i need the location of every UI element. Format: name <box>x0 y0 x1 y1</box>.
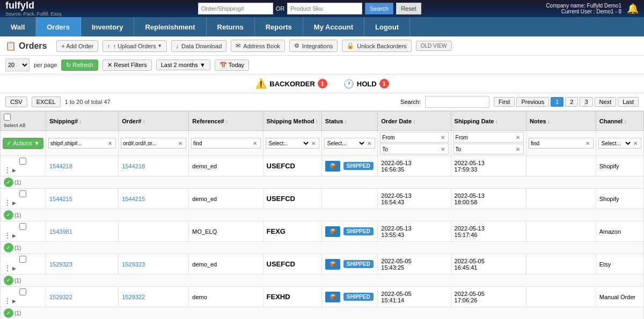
order-date-to-clear-icon[interactable]: ✕ <box>440 146 446 152</box>
notes-filter-clear-icon[interactable]: ✕ <box>584 140 591 146</box>
shipping-link[interactable]: 1543981 <box>49 228 72 235</box>
row-checkbox[interactable] <box>19 256 26 263</box>
shipping-filter-clear-icon[interactable]: ✕ <box>107 140 113 146</box>
col-header-order-date[interactable]: Order Date <box>378 112 451 131</box>
page-1-button[interactable]: 1 <box>551 97 564 107</box>
last-page-button[interactable]: Last <box>618 97 639 107</box>
add-order-button[interactable]: + Add Order <box>56 40 98 52</box>
product-sku-input[interactable] <box>287 3 362 14</box>
shipping-link[interactable]: 1544215 <box>49 196 72 202</box>
first-page-button[interactable]: First <box>494 97 515 107</box>
refresh-button[interactable]: ↻ Refresh <box>61 60 98 71</box>
shipping-link[interactable]: 1529323 <box>49 261 72 268</box>
col-header-shipping-date[interactable]: Shipping Date <box>451 112 526 131</box>
order-search-input[interactable] <box>198 3 273 14</box>
shipping-method-filter-select[interactable]: Select... <box>266 138 310 148</box>
order-date-from-clear-icon[interactable]: ✕ <box>440 135 446 140</box>
previous-page-button[interactable]: Previous <box>516 97 549 107</box>
row-actions-dots-icon[interactable]: ⋮ <box>4 198 11 207</box>
channel-filter-clear-icon[interactable]: ✕ <box>632 140 639 146</box>
shipping-date-from-input[interactable] <box>454 132 515 142</box>
nav-item-wall[interactable]: Wall <box>0 17 36 36</box>
notes-filter-input[interactable] <box>529 138 584 148</box>
row-checkbox[interactable] <box>19 288 26 295</box>
status-filter-clear-icon[interactable]: ✕ <box>366 140 372 146</box>
actions-button[interactable]: ✓ Actions ▼ <box>3 138 43 149</box>
shipping-link[interactable]: 1529322 <box>49 294 72 300</box>
reference-filter-clear-icon[interactable]: ✕ <box>252 140 258 146</box>
col-header-reference[interactable]: Reference# <box>189 112 263 131</box>
nav-item-orders[interactable]: Orders <box>36 17 81 36</box>
row-actions-dots-icon[interactable]: ⋮ <box>4 264 11 272</box>
shipping-filter-input[interactable] <box>49 138 107 148</box>
reference-cell: MO_ELQ <box>189 221 263 242</box>
nav-item-my-account[interactable]: My Account <box>303 17 364 36</box>
nav-item-logout[interactable]: Logout <box>364 17 410 36</box>
reset-filters-button[interactable]: ✕ Reset Filters <box>103 60 152 71</box>
row-expand-icon[interactable]: ▸ <box>12 231 16 240</box>
reset-button[interactable]: Reset <box>396 3 421 14</box>
status-filter-select[interactable]: Select... <box>325 138 367 148</box>
per-page-select[interactable]: 20 50 100 <box>5 58 30 71</box>
shipping-link[interactable]: 1544218 <box>49 163 72 169</box>
qty-icon: ✓ <box>4 276 13 285</box>
upload-orders-button[interactable]: ↑ ↑ Upload Orders ▼ <box>103 40 167 52</box>
nav-item-inventory[interactable]: Inventory <box>81 17 135 36</box>
shipping-date-to-input[interactable] <box>454 144 515 154</box>
col-header-order[interactable]: Order# <box>119 112 189 131</box>
channel-filter-select[interactable]: Select... <box>599 138 632 148</box>
today-button[interactable]: 📅 Today <box>215 60 249 71</box>
logo-area: fulfyld Source. Pack. Fulfill. Easy. <box>5 0 62 17</box>
row-checkbox[interactable] <box>19 190 26 197</box>
hold-alert[interactable]: 🕐 HOLD 1 <box>343 78 389 90</box>
qty-badge: ✓ (1) <box>4 177 21 187</box>
row-expand-icon[interactable]: ▸ <box>12 264 16 272</box>
order-date-to-input[interactable] <box>380 144 439 154</box>
address-book-icon: ✉ <box>236 42 240 49</box>
search-button[interactable]: Search <box>365 3 393 14</box>
row-expand-icon[interactable]: ▸ <box>12 296 16 305</box>
unlock-backorders-button[interactable]: 🔓 Unlock Backorders <box>342 40 411 52</box>
next-page-button[interactable]: Next <box>595 97 617 107</box>
table-search-input[interactable] <box>425 96 489 108</box>
page-2-button[interactable]: 2 <box>565 97 578 107</box>
backorder-alert[interactable]: ⚠️ BACKORDER 1 <box>255 78 327 90</box>
data-download-button[interactable]: ↓ Data Download <box>171 40 227 52</box>
select-all-checkbox[interactable] <box>4 114 11 121</box>
row-actions-dots-icon[interactable]: ⋮ <box>4 296 11 305</box>
old-view-button[interactable]: OLD VIEW <box>416 41 452 51</box>
shipping-date-to-clear-icon[interactable]: ✕ <box>515 146 521 152</box>
col-header-channel[interactable]: Channel <box>596 112 643 131</box>
page-3-button[interactable]: 3 <box>580 97 592 107</box>
col-header-status[interactable]: Status <box>321 112 378 131</box>
nav-item-replenishment[interactable]: Replenishment <box>134 17 206 36</box>
order-filter-input[interactable] <box>121 138 177 148</box>
notification-bell-icon[interactable]: 🔔 <box>627 3 639 14</box>
row-checkbox[interactable] <box>19 158 26 165</box>
order-link[interactable]: 1529322 <box>122 294 145 300</box>
col-header-notes[interactable]: Notes <box>526 112 596 131</box>
col-header-shipping[interactable]: Shipping# <box>46 112 118 131</box>
row-checkbox[interactable] <box>19 223 26 230</box>
row-actions-dots-icon[interactable]: ⋮ <box>4 166 11 174</box>
excel-export-button[interactable]: EXCEL <box>32 97 61 107</box>
order-date-from-input[interactable] <box>380 132 439 142</box>
reference-filter-input[interactable] <box>192 138 251 148</box>
shipping-date-from-clear-icon[interactable]: ✕ <box>515 135 521 140</box>
backorder-label: BACKORDER <box>269 80 315 88</box>
address-book-button[interactable]: ✉ Address Book <box>231 40 284 52</box>
order-link[interactable]: 1529323 <box>122 261 145 268</box>
row-actions-dots-icon[interactable]: ⋮ <box>4 231 11 240</box>
nav-item-returns[interactable]: Returns <box>207 17 255 36</box>
nav-item-reports[interactable]: Reports <box>255 17 303 36</box>
shipping-method-filter-clear-icon[interactable]: ✕ <box>310 140 317 146</box>
csv-export-button[interactable]: CSV <box>5 97 27 107</box>
order-link[interactable]: 1544218 <box>122 163 145 169</box>
row-expand-icon[interactable]: ▸ <box>12 198 16 207</box>
integrations-button[interactable]: ⚙ Integrations <box>289 40 338 52</box>
order-filter-clear-icon[interactable]: ✕ <box>177 140 184 146</box>
date-range-select[interactable]: Last 2 months ▼ <box>156 60 210 70</box>
row-expand-icon[interactable]: ▸ <box>12 166 16 174</box>
order-link[interactable]: 1544215 <box>122 196 145 202</box>
col-header-shipping-method[interactable]: Shipping Method <box>263 112 321 131</box>
